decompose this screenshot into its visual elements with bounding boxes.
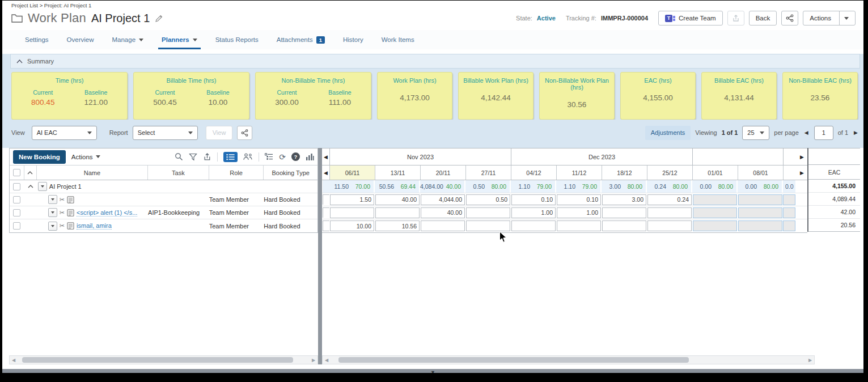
row-checkbox[interactable] [13, 196, 20, 203]
page-number-input[interactable] [814, 126, 833, 140]
split-booking-icon[interactable]: ✂ [60, 209, 65, 217]
tab-attachments[interactable]: Attachments1 [269, 30, 333, 49]
report-select[interactable]: Select [133, 126, 198, 140]
booking-hours-input-27-11[interactable] [466, 207, 510, 218]
row-checkbox[interactable] [13, 183, 20, 190]
booking-hours-input-11-12[interactable]: 1.00 [557, 207, 601, 218]
row-checkbox[interactable] [13, 222, 20, 230]
tab-planners[interactable]: Planners [154, 30, 205, 49]
tab-status-reports[interactable]: Status Reports [208, 30, 266, 49]
timeline-prev-icon[interactable]: ◀ [324, 170, 328, 176]
tab-settings[interactable]: Settings [17, 30, 57, 49]
booking-hours-input-04-12[interactable]: 0.10 [511, 194, 556, 205]
booking-hours-input-27-11[interactable] [466, 220, 510, 231]
tab-work-items[interactable]: Work Items [374, 30, 422, 49]
week-header-18-12[interactable]: 18/12 [602, 165, 647, 180]
share-view-button[interactable] [237, 126, 252, 140]
split-booking-icon[interactable]: ✂ [60, 196, 65, 203]
tab-manage[interactable]: Manage [104, 30, 152, 49]
booking-hours-input-20-11[interactable]: 4,044.00 [421, 194, 465, 205]
scroll-right-icon[interactable]: ▶ [310, 358, 317, 363]
help-icon[interactable]: ? [291, 152, 300, 161]
hierarchy-icon[interactable] [265, 153, 273, 160]
week-header-01-01[interactable]: 01/01 [692, 165, 738, 180]
create-team-button[interactable]: T Create Team [658, 11, 723, 26]
new-booking-button[interactable]: New Booking [13, 150, 66, 164]
actions-caret[interactable] [839, 11, 849, 25]
timeline-next-icon[interactable]: ▶ [800, 154, 804, 160]
week-header-13-11[interactable]: 13/11 [375, 165, 420, 180]
row-menu-button[interactable] [48, 208, 57, 217]
page-size-select[interactable]: 25 [742, 126, 769, 140]
column-header-task[interactable]: Task [148, 165, 209, 180]
booking-hours-input-13-11[interactable] [375, 207, 420, 218]
column-header-role[interactable]: Role [209, 165, 264, 180]
week-header-06-11[interactable]: 06/11 [329, 165, 375, 180]
resource-link[interactable]: ismail, amira [77, 222, 112, 230]
collapse-row-icon[interactable] [28, 185, 33, 188]
resource-link[interactable]: <script> alert (1) </s... [77, 209, 137, 217]
edit-title-icon[interactable] [155, 13, 163, 23]
tab-overview[interactable]: Overview [59, 30, 102, 49]
booking-hours-input-18-12[interactable] [602, 207, 646, 218]
prev-page-icon[interactable]: ◀ [803, 130, 810, 135]
tab-history[interactable]: History [335, 30, 371, 49]
collapse-all-icon[interactable] [27, 171, 33, 175]
pane-divider[interactable] [318, 148, 322, 364]
timeline-prev-icon[interactable]: ◀ [324, 154, 328, 160]
booking-hours-input-04-12[interactable] [511, 220, 556, 231]
booking-hours-input-04-12[interactable]: 1.00 [511, 207, 556, 218]
bottom-splitter[interactable]: ▼ [2, 369, 863, 373]
row-menu-button[interactable] [48, 222, 57, 231]
chart-icon[interactable] [306, 153, 314, 160]
row-checkbox[interactable] [13, 209, 20, 217]
people-view-icon[interactable] [243, 153, 253, 160]
booking-hours-input-18-12[interactable]: 3.00 [602, 194, 646, 205]
week-header-25-12[interactable]: 25/12 [647, 165, 692, 180]
week-header-04-12[interactable]: 04/12 [511, 165, 556, 180]
booking-hours-input-11-12[interactable]: 0.10 [557, 194, 601, 205]
view-select[interactable]: AI EAC [32, 126, 97, 140]
view-report-button[interactable]: View [206, 126, 233, 140]
next-page-icon[interactable]: ▶ [853, 130, 859, 135]
breadcrumb[interactable]: Project List > Project: AI Project 1 [11, 2, 91, 9]
column-header-name[interactable]: Name [37, 165, 148, 180]
scroll-left-icon[interactable]: ◀ [323, 358, 331, 363]
booking-hours-input-06-11[interactable]: 1.50 [330, 194, 374, 205]
list-view-icon[interactable] [223, 152, 238, 162]
week-header-11-12[interactable]: 11/12 [556, 165, 602, 180]
booking-hours-input-25-12[interactable] [647, 220, 692, 231]
booking-hours-input-06-11[interactable] [330, 207, 374, 218]
booking-hours-input-25-12[interactable] [647, 207, 692, 218]
booking-hours-input-11-12[interactable] [557, 220, 601, 231]
timeline-next-icon[interactable]: ▶ [800, 170, 804, 176]
booking-hours-input-20-11[interactable] [421, 220, 465, 231]
row-menu-button[interactable] [48, 195, 57, 204]
notes-icon[interactable] [67, 209, 74, 217]
scroll-left-icon[interactable]: ◀ [10, 358, 18, 363]
collapse-summary-icon[interactable] [16, 60, 23, 63]
column-header-booking-type[interactable]: Booking Type [264, 165, 317, 180]
notes-icon[interactable] [67, 196, 74, 203]
back-button[interactable]: Back [749, 11, 777, 26]
booking-hours-input-13-11[interactable]: 40.00 [375, 194, 420, 205]
scrollbar-thumb[interactable] [22, 357, 293, 363]
share-button[interactable] [781, 11, 798, 26]
week-header-27-11[interactable]: 27/11 [465, 165, 511, 180]
actions-button[interactable]: Actions [803, 11, 856, 26]
split-booking-icon[interactable]: ✂ [60, 222, 65, 230]
booking-hours-input-18-12[interactable] [602, 220, 646, 231]
search-icon[interactable] [175, 152, 183, 161]
grid-actions-button[interactable]: Actions [71, 154, 100, 160]
booking-hours-input-13-11[interactable]: 10.56 [375, 220, 420, 231]
booking-hours-input-06-11[interactable]: 10.00 [330, 220, 374, 231]
export-icon[interactable] [203, 152, 211, 161]
booking-hours-input-20-11[interactable]: 40.00 [421, 207, 465, 218]
eac-column-header[interactable]: EAC [808, 165, 860, 180]
row-menu-button[interactable] [38, 182, 47, 191]
summary-header[interactable]: Summary [10, 54, 860, 69]
filter-icon[interactable] [189, 153, 197, 161]
scroll-right-icon[interactable]: ▶ [806, 358, 814, 363]
export-button[interactable] [727, 11, 744, 26]
notes-icon[interactable] [67, 222, 74, 230]
